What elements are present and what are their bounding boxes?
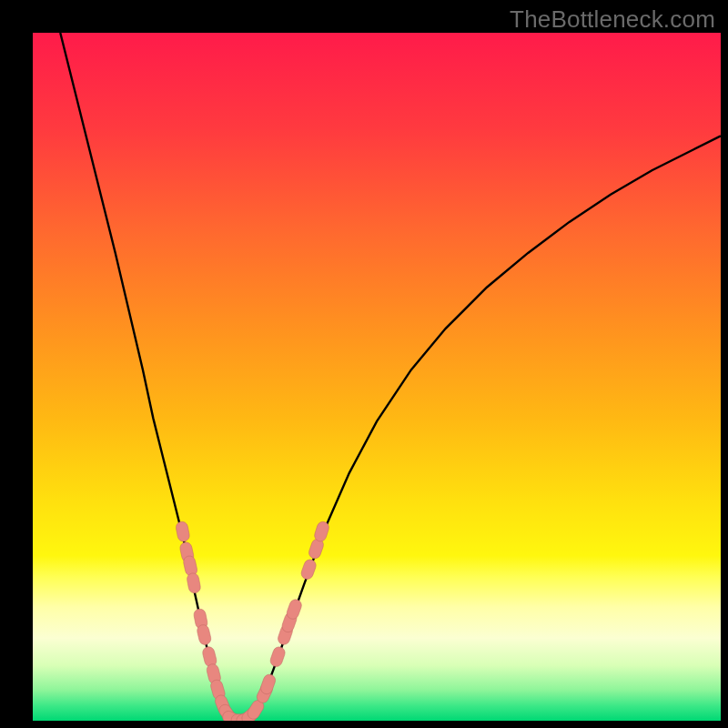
data-point-marker: [268, 645, 286, 668]
data-point-marker: [299, 558, 318, 581]
bottleneck-curve: [60, 33, 721, 721]
watermark-text: TheBottleneck.com: [510, 5, 715, 34]
data-point-marker: [175, 521, 190, 542]
data-points-group: [175, 521, 330, 721]
plot-area: [33, 33, 721, 721]
curve-layer: [33, 33, 721, 721]
data-point-marker: [186, 572, 201, 594]
data-point-marker: [196, 623, 212, 645]
chart-frame: TheBottleneck.com: [0, 0, 728, 728]
